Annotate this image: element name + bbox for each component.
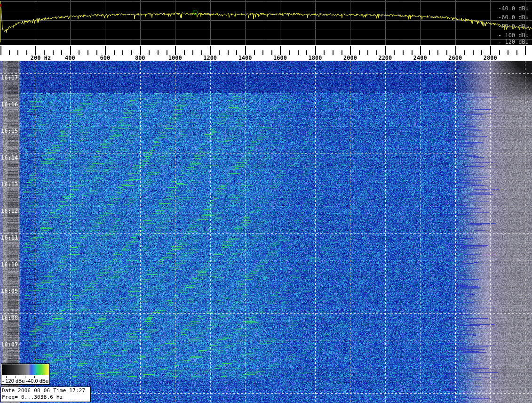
color-scale-caption: - 120 dBu -40.0 dBu <box>1 378 49 384</box>
color-scale-tick <box>25 376 25 378</box>
color-scale-tick <box>44 376 44 378</box>
color-scale-max-label: -40.0 dBu <box>26 378 49 384</box>
color-scale-tick <box>16 376 16 378</box>
color-scale-min-label: - 120 dBu <box>2 378 25 384</box>
color-scale-tick <box>34 376 35 378</box>
freq-range-text: Freq= 0...3038.6 Hz <box>2 394 90 401</box>
color-scale-gradient <box>2 364 49 375</box>
info-box: Date=2006-08-06 Time=17:27 Freq= 0...303… <box>0 387 91 402</box>
spectrum-lab-display: - 120 dBu -40.0 dBu Date=2006-08-06 Time… <box>0 0 532 403</box>
color-scale-tick <box>6 376 7 378</box>
date-time-text: Date=2006-08-06 Time=17:27 <box>2 387 90 394</box>
spectrum-waterfall-canvas <box>0 0 532 403</box>
color-scale-legend: - 120 dBu -40.0 dBu <box>1 363 50 385</box>
